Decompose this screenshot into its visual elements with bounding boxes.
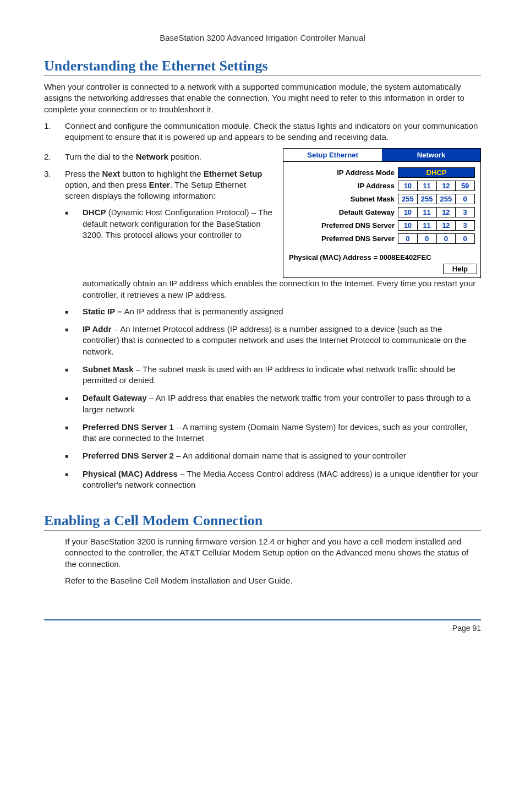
mask-octet-3[interactable]: 255 — [436, 194, 456, 204]
step-2-number: 2. — [44, 151, 65, 162]
bullet-dns1: ■ Preferred DNS Server 1 – A naming syst… — [65, 422, 481, 444]
dns1-octet-2[interactable]: 11 — [417, 220, 437, 231]
bullet-square-icon: ■ — [65, 393, 83, 415]
field-value-dns2[interactable]: 0 0 0 0 — [398, 233, 475, 244]
bullet-dhcp-text: DHCP (Dynamic Host Configuration Protoco… — [83, 207, 273, 241]
term-default-gateway: Default Gateway — [83, 393, 147, 402]
dns2-octet-4[interactable]: 0 — [455, 233, 475, 244]
field-label-ip-mode: IP Address Mode — [289, 168, 395, 177]
ip-octet-4[interactable]: 59 — [455, 181, 475, 191]
bullet-square-icon: ■ — [65, 207, 83, 241]
dns1-octet-3[interactable]: 12 — [436, 220, 456, 231]
term-dns1: Preferred DNS Server 1 — [83, 422, 174, 432]
term-subnet-mask: Subnet Mask — [83, 364, 134, 374]
device-mac-line: Physical (MAC) Address = 0008EE402FEC — [283, 250, 480, 264]
step-1: 1. Connect and configure the communicati… — [44, 121, 481, 143]
bullet-mac: ■ Physical (MAC) Address – The Media Acc… — [65, 468, 481, 491]
term-static-ip: Static IP – — [83, 307, 124, 316]
gw-octet-3[interactable]: 12 — [436, 207, 456, 217]
desc-static-ip: An IP address that is permanently assign… — [124, 307, 283, 316]
cell-modem-p1: If your BaseStation 3200 is running firm… — [65, 536, 481, 570]
step-3-b: Next — [102, 169, 121, 178]
step-2-c: position. — [168, 152, 201, 161]
step-3-a: Press the — [65, 169, 102, 178]
dns1-octet-4[interactable]: 3 — [455, 220, 475, 231]
section-title-cell-modem: Enabling a Cell Modem Connection — [44, 513, 481, 531]
dns2-octet-3[interactable]: 0 — [436, 233, 456, 244]
step-3-e: option, and then press — [65, 180, 149, 189]
field-value-ip-mode[interactable]: DHCP — [398, 167, 475, 178]
step-3-number: 3. — [44, 168, 65, 202]
device-help-button[interactable]: Help — [443, 264, 477, 274]
bullet-static-ip: ■ Static IP – An IP address that is perm… — [65, 306, 481, 317]
bullet-subnet-mask: ■ Subnet Mask – The subnet mask is used … — [65, 364, 481, 386]
gw-octet-4[interactable]: 3 — [455, 207, 475, 217]
mask-octet-1[interactable]: 255 — [398, 194, 418, 204]
step-1-text: Connect and configure the communication … — [65, 121, 481, 143]
field-value-subnet-mask[interactable]: 255 255 255 0 — [398, 194, 475, 204]
field-value-ip-address[interactable]: 10 11 12 59 — [398, 181, 475, 191]
step-2-a: Turn the dial to the — [65, 152, 136, 161]
desc-dhcp-part1: (Dynamic Host Configuration Protocol) – … — [83, 208, 272, 239]
field-label-subnet-mask: Subnet Mask — [289, 195, 395, 203]
device-setup-ethernet-screen: Setup Ethernet Network IP Address Mode D… — [283, 148, 481, 278]
step-2-b: Network — [136, 152, 168, 161]
bullet-square-icon: ■ — [65, 450, 83, 461]
field-value-dns1[interactable]: 10 11 12 3 — [398, 220, 475, 231]
device-tab-bar: Setup Ethernet Network — [283, 149, 480, 162]
bullet-square-icon: ■ — [65, 324, 83, 357]
step-2-text: Turn the dial to the Network position. — [65, 151, 273, 162]
desc-dhcp-part2: automatically obtain an IP address which… — [83, 278, 481, 301]
bullet-dhcp: ■ DHCP (Dynamic Host Configuration Proto… — [65, 207, 273, 241]
field-label-ip-address: IP Address — [289, 182, 395, 190]
intro-paragraph: When your controller is connected to a n… — [44, 81, 481, 115]
page-footer: Page 91 — [44, 619, 481, 633]
desc-subnet-mask: – The subnet mask is used with an IP add… — [83, 364, 456, 385]
bullet-square-icon: ■ — [65, 422, 83, 444]
gw-octet-2[interactable]: 11 — [417, 207, 437, 217]
step-3-c: button to highlight the — [120, 169, 204, 178]
term-ip-addr: IP Addr — [83, 324, 112, 334]
mask-octet-4[interactable]: 0 — [455, 194, 475, 204]
mask-octet-2[interactable]: 255 — [417, 194, 437, 204]
step-3-f: Enter — [149, 180, 170, 189]
step-3: 3. Press the Next button to highlight th… — [44, 168, 273, 202]
ip-octet-1[interactable]: 10 — [398, 181, 418, 191]
dns2-octet-1[interactable]: 0 — [398, 233, 418, 244]
step-2: 2. Turn the dial to the Network position… — [44, 151, 273, 162]
running-header: BaseStation 3200 Advanced Irrigation Con… — [44, 33, 481, 42]
section-title-ethernet: Understanding the Ethernet Settings — [44, 58, 481, 76]
cell-modem-p2: Refer to the Baseline Cell Modem Install… — [65, 575, 481, 586]
field-label-dns2: Preferred DNS Server — [289, 235, 395, 243]
step-3-text: Press the Next button to highlight the E… — [65, 168, 273, 202]
bullet-ip-addr: ■ IP Addr – An Internet Protocol address… — [65, 324, 481, 357]
term-dhcp: DHCP — [83, 208, 106, 217]
step-3-d: Ethernet Setup — [204, 169, 262, 178]
dns1-octet-1[interactable]: 10 — [398, 220, 418, 231]
term-mac: Physical (MAC) Address — [83, 469, 178, 478]
desc-dns2: – An additional domain name that is assi… — [174, 451, 406, 460]
page-number: Page 91 — [452, 624, 481, 633]
bullet-dns2: ■ Preferred DNS Server 2 – An additional… — [65, 450, 481, 461]
gw-octet-1[interactable]: 10 — [398, 207, 418, 217]
dns2-octet-2[interactable]: 0 — [417, 233, 437, 244]
field-label-dns1: Preferred DNS Server — [289, 221, 395, 230]
step-1-number: 1. — [44, 121, 65, 143]
desc-ip-addr: – An Internet Protocol address (IP addre… — [83, 324, 466, 356]
field-label-default-gateway: Default Gateway — [289, 208, 395, 216]
bullet-square-icon: ■ — [65, 468, 83, 491]
field-value-default-gateway[interactable]: 10 11 12 3 — [398, 207, 475, 217]
ip-octet-2[interactable]: 11 — [417, 181, 437, 191]
bullet-square-icon: ■ — [65, 306, 83, 317]
bullet-square-icon: ■ — [65, 364, 83, 386]
device-tab-setup-ethernet[interactable]: Setup Ethernet — [283, 149, 382, 161]
bullet-default-gateway: ■ Default Gateway – An IP address that e… — [65, 393, 481, 415]
term-dns2: Preferred DNS Server 2 — [83, 451, 174, 460]
ip-octet-3[interactable]: 12 — [436, 181, 456, 191]
device-tab-network[interactable]: Network — [382, 149, 480, 161]
